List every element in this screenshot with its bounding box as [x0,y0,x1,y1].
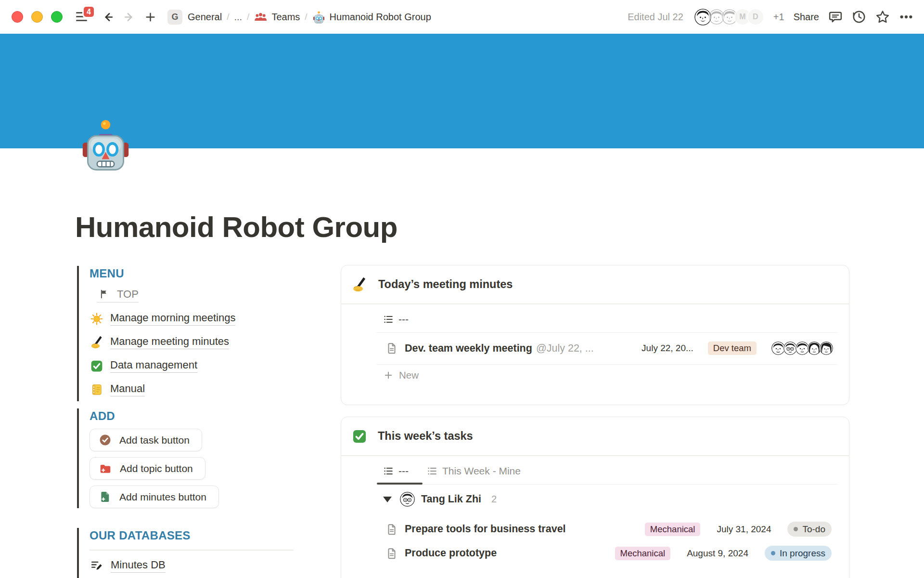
breadcrumb-page[interactable]: Humanoid Robot Group [330,12,431,23]
task-row[interactable]: Produce prototype Mechanical August 9, 2… [377,541,837,565]
list-view-icon [383,466,394,476]
sun-icon [90,313,104,325]
teams-icon [254,12,267,23]
date-property[interactable]: July 31, 2024 [717,524,771,535]
add-minutes-button[interactable]: Add minutes button [90,486,219,508]
page-icon-robot[interactable] [78,117,133,171]
menu-item-manual[interactable]: Manual [90,378,303,401]
menu-heading: MENU [90,267,303,280]
page-icon [385,342,398,355]
back-button[interactable] [100,9,116,25]
breadcrumb-workspace[interactable]: General [188,12,222,23]
traffic-lights [12,11,63,23]
group-name[interactable]: Tang Lik Zhi [421,493,481,505]
share-button[interactable]: Share [794,12,819,23]
linked-database-view: --- Dev. team weekly meeting @July 22, .… [377,304,837,386]
row-date-mention: @July 22, ... [536,342,594,355]
breadcrumb-separator: / [247,12,249,22]
table-row[interactable]: Dev. team weekly meeting @July 22, ... J… [377,333,837,365]
date-property[interactable]: July 22, 20... [642,343,693,354]
menu-item-label[interactable]: Manual [110,382,145,396]
page-icon [385,523,398,536]
task-title[interactable]: Produce prototype [405,547,497,559]
add-button-label: Add topic button [120,463,193,474]
minimize-window-button[interactable] [31,11,43,23]
robot-emoji-icon [312,11,325,24]
menu-item-meeting-minutes[interactable]: Manage meeting minutes [90,330,303,354]
row-properties: Mechanical August 9, 2024 In progress [615,546,837,561]
database-link-minutes-db[interactable]: Minutes DB [90,559,303,573]
menu-item-label[interactable]: Data management [110,359,197,373]
add-topic-button[interactable]: Add topic button [90,457,205,480]
close-window-button[interactable] [12,11,23,23]
breadcrumb-collapsed[interactable]: ... [234,12,242,23]
workspace-initial-badge[interactable]: G [167,10,182,25]
date-property[interactable]: August 9, 2024 [687,548,748,559]
add-task-button[interactable]: Add task button [90,429,202,451]
new-tab-button[interactable] [142,9,158,25]
menu-item-label[interactable]: Manage meeting minutes [110,335,229,349]
category-tag[interactable]: Mechanical [645,523,701,536]
presence-overflow-count[interactable]: +1 [773,12,784,23]
view-tab-active[interactable]: --- [383,465,409,477]
presence-avatar-stack[interactable]: M D [693,8,764,26]
green-check-icon [90,360,104,372]
row-title[interactable]: Dev. team weekly meeting [405,342,532,355]
page-title[interactable]: Humanoid Robot Group [75,210,398,244]
task-title[interactable]: Prepare tools for business travel [405,523,566,535]
new-row-button[interactable]: New [377,365,837,386]
view-tab[interactable]: --- [383,314,409,325]
zoom-window-button[interactable] [51,11,63,23]
card-title[interactable]: This week’s tasks [378,430,473,443]
updates-clock-icon[interactable] [852,10,866,24]
breadcrumb-separator: / [227,12,229,22]
flag-icon [97,289,111,299]
forward-button[interactable] [121,9,137,25]
breadcrumb-teams[interactable]: Teams [271,12,300,23]
menu-item-data-management[interactable]: Data management [90,354,303,378]
view-tab-this-week-mine[interactable]: This Week - Mine [427,465,521,477]
favorite-star-icon[interactable] [875,10,890,24]
database-link-label[interactable]: Minutes DB [111,559,166,573]
green-doc-plus-icon [99,491,111,503]
brown-check-icon [99,434,111,446]
view-tab-label: --- [398,314,409,325]
sidebar-toggle-icon[interactable]: 4 [76,12,88,22]
page-icon [385,547,398,560]
view-tab-label: This Week - Mine [442,465,521,477]
comments-icon[interactable] [828,10,843,24]
status-dot-icon [771,551,775,555]
group-count: 2 [491,494,497,505]
linked-database-view: --- This Week - Mine Tang Lik Zhi 2 Prep… [377,456,837,565]
list-view-icon [383,314,394,325]
group-row: Tang Lik Zhi 2 [377,488,837,511]
menu-item-label[interactable]: Manage morning meetings [110,312,235,326]
titlebar-actions: Edited Jul 22 M D +1 Share [628,0,913,34]
view-toolbar: --- This Week - Mine [377,456,837,485]
window-titlebar: 4 G General / ... / Teams / Humanoid Rob… [0,0,924,34]
collapse-caret-icon[interactable] [383,497,392,502]
avatar [400,492,415,507]
weekly-tasks-card: This week’s tasks --- This Week - Mine T… [341,417,849,578]
menu-callout: MENU TOP Manage morning meetings Manage … [77,266,303,401]
task-row[interactable]: Prepare tools for business travel Mechan… [377,517,837,541]
person-avatars [771,341,834,355]
menu-item-morning-meetings[interactable]: Manage morning meetings [90,307,303,330]
status-dot-icon [794,527,798,531]
card-title[interactable]: Today’s meeting minutes [378,278,513,291]
cover-banner[interactable] [0,34,924,148]
status-badge[interactable]: To-do [787,522,832,537]
menu-item-label: TOP [117,288,139,301]
edited-timestamp: Edited Jul 22 [628,12,683,23]
more-options-icon[interactable] [899,10,913,24]
row-properties: Mechanical July 31, 2024 To-do [645,522,837,537]
meeting-minutes-card: Today’s meeting minutes --- Dev. team we… [341,265,849,405]
status-badge[interactable]: In progress [765,546,832,561]
team-tag[interactable]: Dev team [708,342,757,355]
view-tab-label: --- [398,465,409,477]
menu-item-top[interactable]: TOP [90,283,303,307]
category-tag[interactable]: Mechanical [615,547,671,560]
ledger-icon [90,383,104,396]
list-view-icon [427,466,437,476]
avatar-letter[interactable]: D [747,8,764,26]
